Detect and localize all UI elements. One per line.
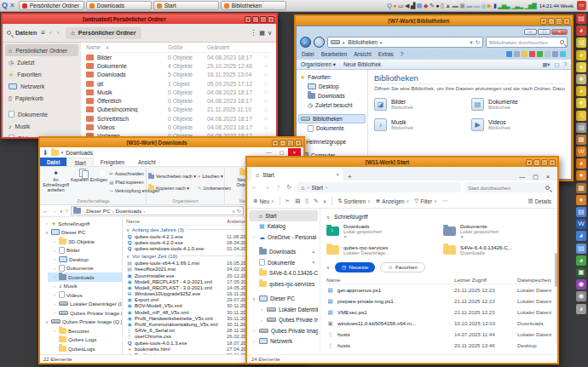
star-icon[interactable]: ☆ <box>263 80 271 87</box>
tab-start[interactable]: Start <box>66 158 93 166</box>
close-button[interactable]: × <box>268 16 274 23</box>
taskbar-button[interactable]: Start <box>153 1 219 10</box>
new-button[interactable]: ⊕Neu∨ <box>253 198 274 204</box>
filter-button[interactable]: ▽Filter∨ <box>414 198 437 204</box>
close-button[interactable]: × <box>551 29 568 35</box>
expander-icon[interactable]: › <box>251 328 257 333</box>
shade-button[interactable]: ▾ <box>526 159 533 166</box>
tree-item[interactable]: › Videos <box>48 290 122 300</box>
tree-item[interactable]: ∨ Dieser PC <box>40 228 122 238</box>
expander-icon[interactable]: › <box>251 339 257 344</box>
library-item[interactable]: ▤ Dokumente Bibliothek <box>471 98 565 111</box>
close-button[interactable]: × <box>549 159 556 166</box>
expander-icon[interactable]: › <box>52 238 57 244</box>
file-row[interactable]: ▯hosts 14.07.2025 11:44 Lokaler Datenträ… <box>326 329 551 340</box>
address-bar[interactable]: ▸ Bibliotheken ▸ ▾ ↻ <box>327 37 483 48</box>
star-icon[interactable]: ☆ <box>263 124 271 131</box>
column-name[interactable]: Name ∧ <box>86 44 168 50</box>
tray-icon[interactable]: ▣ <box>459 3 464 9</box>
tray-icon[interactable]: ▮ <box>493 3 496 9</box>
dock-icon[interactable]: ▤ <box>576 37 586 48</box>
sidebar-item[interactable]: › Lokaler Datenträger (C:) <box>257 304 318 315</box>
dock-icon[interactable]: ◕ <box>576 304 586 314</box>
expander-icon[interactable]: ∨ <box>44 319 49 324</box>
quick-access-tile[interactable]: Downloads Lokal gespeichert ✦ <box>326 222 435 240</box>
column-modified[interactable]: Geändert <box>207 44 263 50</box>
quick-access-tile[interactable]: Dokumente Lokal gespeichert ✦ <box>443 222 551 240</box>
menu-item[interactable]: Datei <box>302 51 314 57</box>
expander-icon[interactable]: › <box>251 234 257 239</box>
tree-item[interactable]: › Lokaler Datenträger (C:) <box>48 300 122 309</box>
sidebar-item[interactable]: Heimnetzgruppe <box>298 137 366 146</box>
minimize-button[interactable]: – <box>280 140 286 146</box>
column-name[interactable]: Name <box>326 277 454 283</box>
star-icon[interactable]: ☆ <box>263 106 271 113</box>
column-name[interactable]: Name <box>126 219 227 224</box>
tray-icon[interactable]: ◆ <box>424 3 427 9</box>
customize-qat-icon[interactable]: ⬇ <box>43 149 49 157</box>
forward-button[interactable]: → <box>51 208 57 214</box>
tray-icon[interactable]: ▶ <box>487 3 491 9</box>
sidebar-item[interactable]: › Qubes Private Image (Q:) <box>249 325 318 336</box>
folder-row[interactable]: Videos 0 Objekte 04.08.2023 18:17 ☆ <box>86 123 271 131</box>
taskbar-button[interactable]: Downloads <box>86 1 152 10</box>
dock-icon[interactable]: ◕ <box>576 26 586 36</box>
sidebar-item[interactable]: Dokumente ✦ <box>249 257 318 268</box>
expander-icon[interactable]: › <box>52 301 57 307</box>
sidebar-item[interactable]: Dokumente <box>306 123 366 133</box>
dock-icon[interactable]: ▤ <box>576 244 586 254</box>
tray-icon[interactable]: ✎ <box>429 3 434 9</box>
star-icon[interactable]: ☆ <box>263 54 271 60</box>
file-row[interactable]: ▣windows11.0-kb5054156-x64.m... 10.10.20… <box>326 318 551 329</box>
copy-icon[interactable]: ▤ <box>295 198 300 204</box>
breadcrumb-bar[interactable]: › Start › <box>297 182 461 192</box>
expander-icon[interactable]: › <box>52 248 57 253</box>
grid-view-icon[interactable]: ▦ <box>259 30 265 37</box>
expander-icon[interactable]: ∨ <box>251 296 257 301</box>
tray-icon[interactable]: ▁▃▂ <box>511 3 522 9</box>
collapse-icon[interactable]: ∨ <box>326 265 330 270</box>
sidebar-item[interactable]: › OneDrive - Personal <box>249 232 318 243</box>
dock-icon[interactable]: ◉ <box>576 279 586 290</box>
sidebar-item[interactable]: Favoriten <box>298 72 366 82</box>
sidebar-item[interactable]: Start <box>249 210 318 221</box>
folder-row[interactable]: Bilder 0 Objekte 04.08.2023 18:17 ☆ <box>86 53 271 61</box>
star-icon[interactable]: ☆ <box>263 115 271 122</box>
folder-row[interactable]: Downloads 5 Objekte 16.11.2025 13:04 ☆ <box>86 71 271 79</box>
file-row[interactable]: ▤get-appmenus.ps1 21.11.2025 12:23 Lokal… <box>326 284 551 295</box>
dock-icon[interactable]: ● <box>576 62 586 72</box>
dock-icon[interactable]: ◕ <box>576 255 586 266</box>
quick-access-tile[interactable]: S4Ve-6.4.0.13426-C... Downloads <box>443 241 551 259</box>
print-icon[interactable] <box>545 51 551 57</box>
dock-icon[interactable]: ◈ <box>576 74 586 84</box>
menu-item[interactable]: Ansicht <box>354 51 372 57</box>
dock-icon[interactable]: W <box>576 146 586 157</box>
sidebar-item[interactable]: Downloads <box>306 91 366 100</box>
search-box[interactable]: Start durchsuchen <box>464 182 553 192</box>
shade-button[interactable]: ▾ <box>245 16 251 23</box>
new-library-button[interactable]: Neue Bibliothek <box>343 61 381 67</box>
qubes-menu-icon[interactable]: Q <box>2 2 8 9</box>
tab-freigeben[interactable]: Freigeben <box>94 158 131 166</box>
refresh-icon[interactable]: ↻ <box>476 39 480 46</box>
sidebar-item[interactable]: Bibliotheken <box>298 114 366 123</box>
sidebar-item[interactable]: ∨ Dieser PC <box>249 294 318 305</box>
close-button[interactable]: × <box>295 140 302 146</box>
delete-icon[interactable]: × <box>323 198 326 204</box>
dock-icon[interactable]: ● <box>576 98 586 108</box>
file-row[interactable]: ▯hosts 20.11.2025 13:46 Desktop <box>326 340 551 351</box>
dock-icon[interactable]: ⚠ <box>576 111 586 121</box>
expander-icon[interactable]: › <box>52 310 57 315</box>
organize-button[interactable]: Organisieren ▾ <box>301 61 336 67</box>
column-last-access[interactable]: Letzter Zugriff <box>454 277 517 283</box>
tray-icon[interactable]: ▭ <box>398 3 403 9</box>
dock-icon[interactable]: ▤ <box>576 123 586 133</box>
sidebar-item[interactable]: Dokumente <box>5 108 78 120</box>
dock-icon[interactable]: ▦ <box>576 183 586 193</box>
recent-pill[interactable]: ◷Neueste <box>335 262 375 272</box>
refresh-icon[interactable]: ↻ <box>237 208 241 214</box>
close-tab-icon[interactable]: × <box>336 172 339 177</box>
folder-row[interactable]: Dokumente 4 Objekte 29.10.2025 12:46 ☆ <box>86 61 271 70</box>
tree-item[interactable]: › Benutzer <box>48 326 122 335</box>
dock-icon[interactable]: ▤ <box>576 14 586 24</box>
